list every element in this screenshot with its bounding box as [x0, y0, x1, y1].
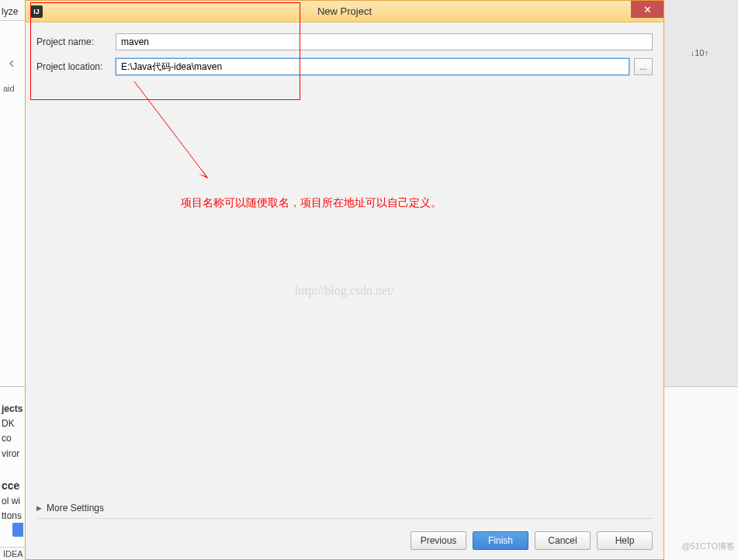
close-icon: ✕ — [643, 4, 652, 16]
project-name-input[interactable] — [116, 33, 653, 50]
bg-aid-label: aid — [3, 84, 15, 93]
bg-jdk-text: DK co — [2, 417, 23, 446]
close-button[interactable]: ✕ — [631, 1, 664, 18]
sync-indicator-icon[interactable]: ↓10↑ — [691, 48, 709, 57]
bg-projects-heading: jects — [2, 402, 23, 417]
more-settings-toggle[interactable]: ▶ More Settings — [36, 503, 653, 519]
bg-divider — [0, 386, 25, 387]
help-button[interactable]: Help — [597, 531, 653, 550]
project-location-label: Project location: — [36, 61, 111, 72]
bg-environ-text: viror — [2, 447, 23, 461]
dialog-button-bar: Previous Finish Cancel Help — [411, 531, 653, 550]
expand-right-icon: ▶ — [36, 504, 42, 512]
svg-marker-1 — [198, 169, 208, 178]
dialog-content: Project name: Project location: ... 项目名称… — [26, 22, 664, 559]
new-project-dialog: IJ New Project ✕ Project name: Project l… — [25, 0, 664, 560]
project-location-input[interactable] — [116, 58, 629, 75]
svg-line-0 — [134, 81, 208, 178]
project-name-label: Project name: — [36, 36, 111, 47]
browse-location-button[interactable]: ... — [634, 58, 653, 75]
csdn-watermark: http://blog.csdn.net/ — [295, 284, 394, 298]
annotation-text: 项目名称可以随便取名，项目所在地址可以自己定义。 — [181, 196, 442, 210]
intellij-icon: IJ — [30, 5, 43, 18]
bg-bottom-panel: jects DK co viror cce ol wi ttons — [0, 396, 25, 531]
project-location-row: Project location: ... — [36, 58, 653, 75]
bg-tool-text: ol wi — [2, 494, 23, 509]
bg-access-heading: cce — [2, 477, 23, 494]
back-arrow-icon[interactable] — [6, 58, 17, 69]
finish-button[interactable]: Finish — [473, 531, 528, 550]
background-left-panel: lyze aid jects DK co viror cce ol wi tto… — [0, 0, 25, 560]
cto-watermark: @51CTO博客 — [682, 541, 735, 552]
project-name-row: Project name: — [36, 33, 653, 50]
bg-partial-button[interactable] — [12, 523, 23, 537]
cancel-button[interactable]: Cancel — [535, 531, 591, 550]
background-right-light — [664, 386, 738, 560]
dialog-title: New Project — [317, 5, 372, 17]
bg-idea-label: IDEA — [3, 549, 23, 558]
previous-button[interactable]: Previous — [411, 531, 466, 550]
bg-menu-analyze[interactable]: lyze — [2, 6, 18, 17]
bg-buttons-text: ttons — [2, 509, 23, 524]
more-settings-label: More Settings — [47, 503, 104, 513]
annotation-arrow — [134, 81, 227, 198]
dialog-titlebar[interactable]: IJ New Project ✕ — [26, 1, 664, 22]
